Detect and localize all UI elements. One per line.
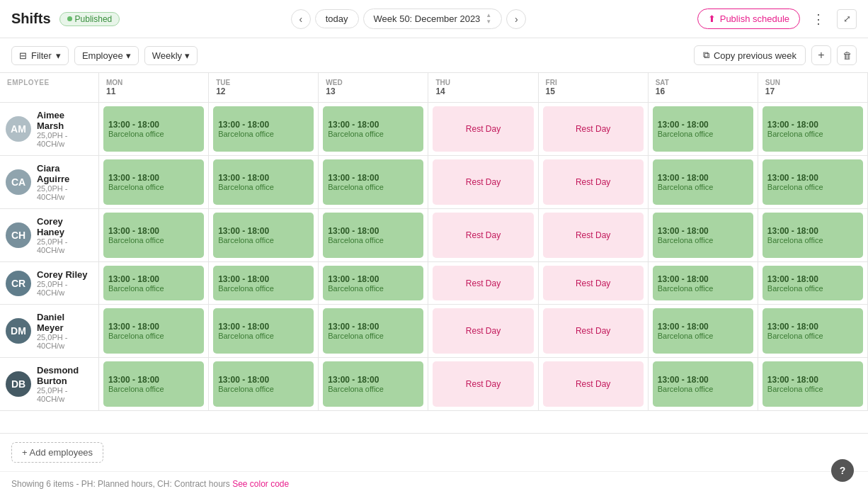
weekly-dropdown[interactable]: Weekly ▾ (144, 46, 198, 65)
employee-row: CR Corey Riley 25,0PH - 40CH/w 13:00 - 1… (0, 262, 868, 305)
shift-block[interactable]: 13:00 - 18:00 Barcelona office (653, 106, 753, 152)
rest-cell: Rest Day (428, 156, 538, 209)
rest-block[interactable]: Rest Day (543, 106, 644, 152)
shift-block[interactable]: 13:00 - 18:00 Barcelona office (323, 266, 423, 300)
help-button[interactable]: ? (831, 459, 854, 482)
shift-block[interactable]: 13:00 - 18:00 Barcelona office (103, 361, 204, 407)
shift-time: 13:00 - 18:00 (108, 173, 199, 183)
shift-time: 13:00 - 18:00 (658, 322, 748, 332)
prev-week-button[interactable]: ‹ (291, 9, 311, 29)
shift-location: Barcelona office (767, 385, 858, 393)
rest-block[interactable]: Rest Day (543, 159, 644, 205)
rest-block[interactable]: Rest Day (543, 213, 644, 258)
shift-block[interactable]: 13:00 - 18:00 Barcelona office (763, 266, 863, 300)
delete-button[interactable]: 🗑 (837, 45, 857, 65)
shift-cell: 13:00 - 18:00 Barcelona office (758, 209, 868, 262)
shift-block[interactable]: 13:00 - 18:00 Barcelona office (213, 266, 314, 300)
add-shift-button[interactable]: + (811, 45, 831, 65)
shift-block[interactable]: 13:00 - 18:00 Barcelona office (653, 159, 753, 205)
employee-name: Corey Riley (37, 269, 93, 280)
shift-block[interactable]: 13:00 - 18:00 Barcelona office (323, 361, 423, 407)
shift-time: 13:00 - 18:00 (767, 322, 858, 332)
employee-dropdown[interactable]: Employee ▾ (74, 46, 139, 65)
shift-location: Barcelona office (328, 183, 418, 191)
shift-cell: 13:00 - 18:00 Barcelona office (649, 358, 758, 411)
shift-location: Barcelona office (108, 130, 199, 138)
shift-block[interactable]: 13:00 - 18:00 Barcelona office (103, 266, 204, 300)
filter-button[interactable]: ⊟ Filter ▾ (11, 46, 69, 65)
shift-block[interactable]: 13:00 - 18:00 Barcelona office (103, 213, 204, 258)
add-employees-button[interactable]: + Add employees (11, 442, 103, 463)
avatar: DB (6, 371, 31, 397)
employee-name: Daniel Meyer (37, 312, 93, 333)
expand-button[interactable]: ⤢ (837, 9, 857, 29)
shift-block[interactable]: 13:00 - 18:00 Barcelona office (103, 308, 204, 354)
shift-block[interactable]: 13:00 - 18:00 Barcelona office (763, 106, 863, 152)
shift-block[interactable]: 13:00 - 18:00 Barcelona office (763, 308, 863, 354)
employee-name: Ciara Aguirre (37, 163, 93, 184)
rest-block[interactable]: Rest Day (433, 213, 533, 258)
col-header-tue: TUE12 (209, 73, 319, 103)
shift-block[interactable]: 13:00 - 18:00 Barcelona office (653, 361, 753, 407)
shift-location: Barcelona office (218, 332, 309, 340)
shift-location: Barcelona office (767, 236, 858, 244)
upload-icon: ⬆ (708, 13, 716, 24)
publish-schedule-button[interactable]: ⬆ Publish schedule (697, 9, 800, 29)
shift-block[interactable]: 13:00 - 18:00 Barcelona office (213, 213, 314, 258)
shift-location: Barcelona office (108, 332, 199, 340)
shift-cell: 13:00 - 18:00 Barcelona office (758, 156, 868, 209)
shift-time: 13:00 - 18:00 (328, 120, 418, 130)
rest-cell: Rest Day (539, 156, 649, 209)
shift-location: Barcelona office (108, 183, 199, 191)
rest-cell: Rest Day (428, 209, 538, 262)
rest-block[interactable]: Rest Day (543, 308, 644, 354)
shift-block[interactable]: 13:00 - 18:00 Barcelona office (653, 213, 753, 258)
published-badge: Published (59, 12, 120, 26)
shift-time: 13:00 - 18:00 (108, 226, 199, 236)
rest-block[interactable]: Rest Day (433, 266, 533, 300)
shift-block[interactable]: 13:00 - 18:00 Barcelona office (103, 159, 204, 205)
shift-block[interactable]: 13:00 - 18:00 Barcelona office (103, 106, 204, 152)
shift-location: Barcelona office (328, 385, 418, 393)
shift-block[interactable]: 13:00 - 18:00 Barcelona office (653, 308, 753, 354)
rest-block[interactable]: Rest Day (433, 308, 533, 354)
col-header-employee: EMPLOYEE (0, 73, 99, 103)
shift-block[interactable]: 13:00 - 18:00 Barcelona office (323, 308, 423, 354)
badge-label: Published (75, 14, 113, 24)
rest-block[interactable]: Rest Day (433, 106, 533, 152)
shift-block[interactable]: 13:00 - 18:00 Barcelona office (323, 213, 423, 258)
shift-cell: 13:00 - 18:00 Barcelona office (649, 209, 758, 262)
rest-block[interactable]: Rest Day (433, 361, 533, 407)
rest-cell: Rest Day (539, 103, 649, 156)
shift-block[interactable]: 13:00 - 18:00 Barcelona office (653, 266, 753, 300)
avatar: DM (6, 318, 31, 344)
rest-cell: Rest Day (428, 358, 538, 411)
shift-location: Barcelona office (328, 130, 418, 138)
rest-cell: Rest Day (539, 209, 649, 262)
shift-block[interactable]: 13:00 - 18:00 Barcelona office (323, 159, 423, 205)
shift-block[interactable]: 13:00 - 18:00 Barcelona office (213, 361, 314, 407)
employee-meta: 25,0PH - 40CH/w (37, 131, 93, 148)
today-button[interactable]: today (315, 9, 359, 28)
rest-block[interactable]: Rest Day (543, 361, 644, 407)
shift-cell: 13:00 - 18:00 Barcelona office (209, 305, 319, 358)
trash-icon: 🗑 (843, 50, 852, 61)
shift-block[interactable]: 13:00 - 18:00 Barcelona office (763, 159, 863, 205)
col-header-mon: MON11 (99, 73, 209, 103)
rest-block[interactable]: Rest Day (543, 266, 644, 300)
filter-label: Filter (31, 50, 52, 61)
shift-block[interactable]: 13:00 - 18:00 Barcelona office (213, 308, 314, 354)
more-options-button[interactable]: ⋮ (809, 9, 828, 29)
shift-block[interactable]: 13:00 - 18:00 Barcelona office (763, 213, 863, 258)
shift-cell: 13:00 - 18:00 Barcelona office (99, 305, 209, 358)
color-code-link[interactable]: See color code (232, 479, 289, 489)
employee-info: Daniel Meyer 25,0PH - 40CH/w (37, 312, 93, 350)
shift-block[interactable]: 13:00 - 18:00 Barcelona office (213, 106, 314, 152)
shift-block[interactable]: 13:00 - 18:00 Barcelona office (323, 106, 423, 152)
copy-previous-week-button[interactable]: ⧉ Copy previous week (694, 45, 806, 65)
rest-block[interactable]: Rest Day (433, 159, 533, 205)
next-week-button[interactable]: › (506, 9, 526, 29)
shift-block[interactable]: 13:00 - 18:00 Barcelona office (213, 159, 314, 205)
shift-location: Barcelona office (218, 183, 309, 191)
shift-block[interactable]: 13:00 - 18:00 Barcelona office (763, 361, 863, 407)
